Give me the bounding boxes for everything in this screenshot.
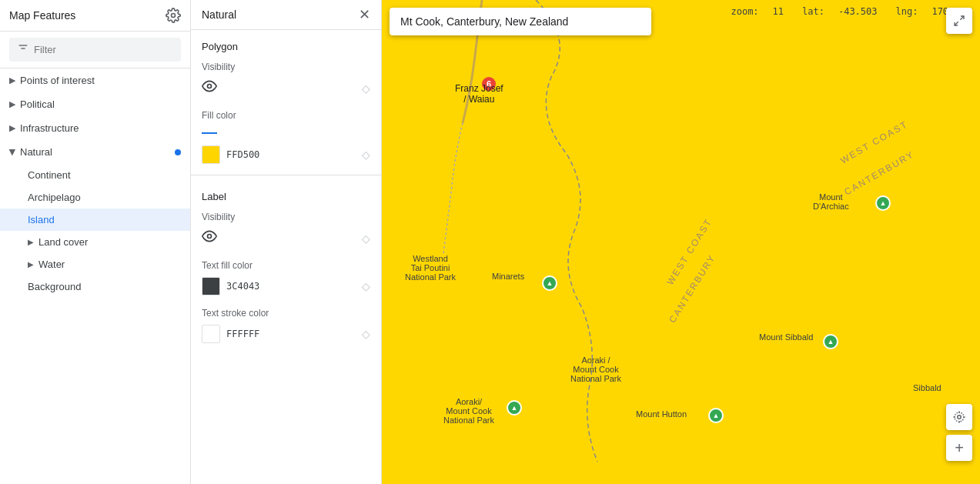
sub-item-label: Water bbox=[38, 259, 65, 270]
lat-label: lat: bbox=[802, 6, 824, 17]
diamond-icon[interactable]: ◇ bbox=[362, 82, 370, 95]
polygon-fill-color-row: FFD500 ◇ bbox=[191, 142, 381, 170]
text-stroke-color-swatch[interactable] bbox=[202, 325, 220, 343]
darchiac-label: MountD'Archiac bbox=[813, 192, 849, 211]
chevron-right-icon: ▶ bbox=[9, 123, 15, 133]
divider bbox=[191, 175, 381, 175]
eye-icon[interactable] bbox=[202, 229, 217, 248]
label-stroke-color-left: FFFFFF bbox=[202, 325, 259, 343]
filter-input-wrap[interactable] bbox=[9, 38, 181, 62]
svg-line-7 bbox=[955, 22, 958, 25]
sidebar-item-label: Points of interest bbox=[20, 75, 95, 86]
sidebar-header: Map Features bbox=[0, 0, 190, 32]
label-fill-color-left: 3C4043 bbox=[202, 277, 259, 295]
chevron-right-icon: ▶ bbox=[9, 99, 15, 109]
panel-header: Natural ✕ bbox=[191, 0, 381, 30]
zoom-plus-button[interactable]: + bbox=[946, 435, 972, 461]
label-visibility-label: Visibility bbox=[191, 205, 381, 225]
sub-item-water[interactable]: ▶ Water bbox=[0, 253, 190, 275]
search-value: Mt Cook, Canterbury, New Zealand bbox=[400, 15, 568, 28]
svg-point-9 bbox=[955, 412, 964, 422]
eye-icon[interactable] bbox=[202, 78, 217, 98]
lat-value: -43.503 bbox=[838, 6, 878, 17]
active-dot bbox=[175, 149, 181, 155]
filter-input[interactable] bbox=[34, 44, 173, 55]
svg-point-0 bbox=[172, 14, 176, 18]
text-stroke-color-code: FFFFFF bbox=[226, 329, 259, 339]
sidebar-title: Map Features bbox=[9, 9, 75, 22]
minarets-marker bbox=[542, 275, 557, 291]
hutton-marker bbox=[708, 408, 724, 423]
text-fill-color-swatch[interactable] bbox=[202, 277, 220, 295]
panel: Natural ✕ Polygon Visibility ◇ Fill colo… bbox=[191, 0, 382, 484]
location-button[interactable] bbox=[946, 404, 972, 430]
aoraki-2-label: Aoraki/Mount CookNational Park bbox=[443, 397, 494, 425]
sub-item-label: Continent bbox=[28, 169, 71, 181]
svg-point-5 bbox=[208, 235, 212, 239]
westland-label: WestlandTai PoutiniNational Park bbox=[405, 254, 456, 282]
polygon-section-label: Polygon bbox=[191, 30, 381, 55]
label-section-label: Label bbox=[191, 180, 381, 205]
text-fill-color-code: 3C4043 bbox=[226, 281, 259, 292]
sub-item-background[interactable]: Background bbox=[0, 275, 190, 298]
canterbury-label-1: CANTERBURY bbox=[842, 149, 916, 197]
sub-item-label: Island bbox=[28, 214, 55, 225]
label-text-stroke-color-row: FFFFFF ◇ bbox=[191, 322, 381, 349]
polygon-fill-color-label: Fill color bbox=[191, 104, 381, 124]
map-svg bbox=[382, 0, 980, 484]
chevron-small-icon: ▶ bbox=[28, 260, 34, 269]
sidebar-item-natural[interactable]: ▶ Natural bbox=[0, 140, 190, 164]
map-area[interactable]: zoom: 11 lat: -43.503 lng: 170.306 Mt Co… bbox=[382, 0, 980, 484]
hutton-label: Mount Hutton bbox=[636, 409, 687, 419]
sub-item-continent[interactable]: Continent bbox=[0, 164, 190, 186]
label-visibility-row: ◇ bbox=[191, 225, 381, 254]
diamond-icon[interactable]: ◇ bbox=[362, 232, 370, 245]
diamond-icon[interactable]: ◇ bbox=[362, 149, 370, 161]
west-coast-label-1: WEST COAST bbox=[838, 118, 910, 166]
chevron-small-icon: ▶ bbox=[28, 238, 34, 246]
polygon-visibility-label: Visibility bbox=[191, 55, 381, 75]
label-text-fill-color-row: 3C4043 ◇ bbox=[191, 274, 381, 302]
sub-item-label: Background bbox=[28, 281, 81, 292]
fill-color-swatch[interactable] bbox=[202, 145, 220, 164]
minarets-label: Minarets bbox=[492, 272, 524, 281]
panel-title: Natural bbox=[202, 8, 236, 21]
lng-label: lng: bbox=[896, 6, 918, 17]
label-text-fill-label: Text fill color bbox=[191, 254, 381, 274]
filter-icon bbox=[17, 42, 29, 57]
sub-item-island[interactable]: Island bbox=[0, 209, 190, 231]
fill-color-minus-icon[interactable]: — bbox=[202, 124, 217, 139]
sidebar-item-label: Infrastructure bbox=[20, 122, 79, 134]
search-box: Mt Cook, Canterbury, New Zealand bbox=[390, 8, 651, 35]
chevron-right-icon: ▶ bbox=[9, 75, 15, 85]
darchiac-marker bbox=[875, 195, 891, 211]
diamond-icon[interactable]: ◇ bbox=[362, 328, 370, 340]
diamond-icon[interactable]: ◇ bbox=[362, 280, 370, 292]
label-text-stroke-label: Text stroke color bbox=[191, 302, 381, 322]
sidebar: Map Features ▶ Points of interest ▶ Po bbox=[0, 0, 191, 484]
sidebar-item-infrastructure[interactable]: ▶ Infrastructure bbox=[0, 116, 190, 140]
svg-line-6 bbox=[960, 16, 964, 20]
filter-bar bbox=[0, 32, 190, 68]
aoraki2-marker bbox=[507, 400, 522, 416]
svg-point-8 bbox=[958, 416, 962, 419]
sidebar-item-points-of-interest[interactable]: ▶ Points of interest bbox=[0, 68, 190, 92]
sidebar-item-label: Political bbox=[20, 98, 55, 110]
polygon-visibility-row: ◇ bbox=[191, 75, 381, 104]
sibbald-label: Mount Sibbald bbox=[759, 332, 813, 342]
sidebar-item-political[interactable]: ▶ Political bbox=[0, 92, 190, 116]
sub-item-land-cover[interactable]: ▶ Land cover bbox=[0, 231, 190, 253]
sub-item-archipelago[interactable]: Archipelago bbox=[0, 186, 190, 209]
aoraki-1-label: Aoraki /Mount CookNational Park bbox=[570, 355, 621, 383]
sidebar-item-label: Natural bbox=[20, 146, 52, 158]
gear-icon[interactable] bbox=[166, 8, 181, 23]
sub-item-label: Archipelago bbox=[28, 192, 81, 203]
zoom-label: zoom: bbox=[731, 6, 758, 17]
close-button[interactable]: ✕ bbox=[359, 8, 370, 22]
canterbury-label-2: CANTERBURY bbox=[667, 252, 717, 325]
chevron-right-icon: ▶ bbox=[8, 149, 18, 155]
sibbald-marker bbox=[823, 334, 838, 349]
franz-josef-marker: 6 bbox=[482, 77, 496, 91]
fullscreen-button[interactable] bbox=[946, 8, 972, 34]
zoom-value: 11 bbox=[773, 6, 784, 17]
